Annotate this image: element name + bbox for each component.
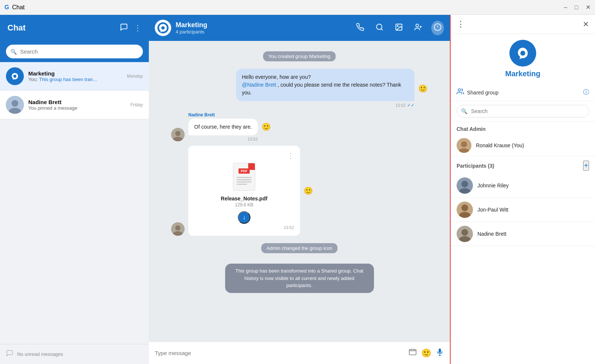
message-bubble: Of course, here they are. xyxy=(188,119,258,135)
message-content: Nadine Brett Of course, here they are. 1… xyxy=(188,112,258,141)
search-button[interactable] xyxy=(373,21,386,35)
file-download: ↓ xyxy=(194,211,294,224)
svg-point-10 xyxy=(397,25,398,26)
sidebar: Chat ⋮ 🔍 xyxy=(0,15,149,364)
system-message: Admin changed the group icon xyxy=(171,243,428,253)
admin-name: Ronald Krause (You) xyxy=(476,142,524,148)
chat-preview: You: This group has been tran... xyxy=(28,77,122,82)
shared-group-label: Shared group xyxy=(467,90,580,96)
shared-group-icon xyxy=(457,88,464,97)
file-icon-area: PDF xyxy=(194,163,294,193)
info-search-wrap: 🔍 xyxy=(451,101,595,122)
sidebar-icons: ⋮ xyxy=(120,23,141,33)
svg-point-18 xyxy=(175,131,180,136)
new-chat-icon[interactable] xyxy=(120,23,128,33)
info-group-avatar xyxy=(509,40,536,67)
avatar xyxy=(171,222,185,236)
message-time: 13:52 xyxy=(284,225,294,230)
sidebar-footer: No unread messages xyxy=(0,344,149,364)
add-participant-button[interactable]: + xyxy=(583,161,589,171)
svg-point-34 xyxy=(461,181,468,187)
messages-area: You created group Marketing 🙂 Hello ever… xyxy=(149,41,450,342)
svg-point-11 xyxy=(416,24,419,26)
emoji-button[interactable]: 🙂 xyxy=(421,348,431,358)
call-button[interactable] xyxy=(354,21,367,35)
avatar xyxy=(171,128,185,141)
message-input-bar: 🙂 xyxy=(149,342,450,364)
add-participant-button[interactable] xyxy=(412,21,425,35)
chat-info: Nadine Brett You pinned a message xyxy=(28,99,126,111)
search-icon: 🔍 xyxy=(10,49,17,55)
titlebar: G Chat – □ ✕ xyxy=(0,0,595,15)
system-message-bubble: Admin changed the group icon xyxy=(261,243,337,253)
svg-line-8 xyxy=(381,29,383,30)
sidebar-title: Chat xyxy=(7,23,120,33)
chat-header-avatar xyxy=(155,20,171,36)
message-bubble: Hello everyone, how are you? @Nadine Bre… xyxy=(236,69,415,101)
chat-admin-section-header: Chat Admin xyxy=(451,122,595,135)
attach-file-button[interactable] xyxy=(409,348,417,358)
svg-rect-23 xyxy=(409,349,416,355)
minimize-button[interactable]: – xyxy=(564,4,567,11)
chat-header-name: Marketing xyxy=(176,21,349,29)
file-bubble-wrap: ⋮ PDF xyxy=(188,146,300,236)
svg-point-1 xyxy=(13,75,16,78)
chat-name: Marketing xyxy=(28,70,122,77)
sidebar-header: Chat ⋮ xyxy=(0,15,149,41)
system-message-info: This group has been transformed into a S… xyxy=(171,264,428,293)
file-bubble-header: ⋮ xyxy=(194,152,294,160)
message-meta: 13:52 ✓✓ xyxy=(236,103,415,108)
svg-point-21 xyxy=(175,225,180,231)
download-button[interactable]: ↓ xyxy=(238,211,250,224)
mention: @Nadine Brett xyxy=(242,82,276,88)
titlebar-controls: – □ ✕ xyxy=(564,4,591,11)
svg-point-29 xyxy=(458,89,461,91)
chat-time: Friday xyxy=(131,102,143,107)
participant-item: Jon-Paul Witt xyxy=(451,198,595,222)
file-name: Release_Notes.pdf xyxy=(194,196,294,202)
participant-name: Jon-Paul Witt xyxy=(477,207,508,213)
message-row: Nadine Brett Of course, here they are. 1… xyxy=(171,112,428,141)
list-item[interactable]: Nadine Brett You pinned a message Friday xyxy=(0,91,149,119)
message-sender: Nadine Brett xyxy=(188,112,258,117)
shared-group-info-icon[interactable]: ⓘ xyxy=(583,88,589,96)
system-info-bubble: This group has been transformed into a S… xyxy=(225,264,374,293)
svg-point-37 xyxy=(461,204,468,211)
chat-main: Marketing 4 participants xyxy=(149,15,450,364)
participant-avatar xyxy=(457,202,473,218)
participants-section-header: Participants (3) + xyxy=(451,156,595,174)
emoji-react-button[interactable]: 🙂 xyxy=(262,122,271,131)
titlebar-logo: G xyxy=(4,4,9,11)
voice-message-button[interactable] xyxy=(436,348,444,358)
more-options-icon[interactable]: ⋮ xyxy=(134,23,141,33)
admin-avatar xyxy=(457,138,471,153)
message-content: Hello everyone, how are you? @Nadine Bre… xyxy=(236,69,415,108)
chat-header-participants: 4 participants xyxy=(176,29,349,35)
file-size: 129.6 KB xyxy=(194,202,294,207)
info-panel-menu-button[interactable]: ⋮ xyxy=(457,19,465,29)
close-button[interactable]: ✕ xyxy=(586,4,591,11)
chat-time: Monday xyxy=(127,74,143,79)
participants-title: Participants (3) xyxy=(457,163,494,169)
file-options-button[interactable]: ⋮ xyxy=(287,152,294,160)
message-meta: 13:52 xyxy=(194,225,294,230)
info-panel-close-button[interactable]: ✕ xyxy=(583,20,589,29)
list-item[interactable]: Marketing You: This group has been tran.… xyxy=(0,62,149,91)
image-button[interactable] xyxy=(393,21,405,35)
system-message: You created group Marketing xyxy=(171,51,428,61)
restore-button[interactable]: □ xyxy=(575,4,578,11)
avatar xyxy=(6,96,24,114)
no-messages-icon xyxy=(6,349,13,359)
panel-search-icon: 🔍 xyxy=(461,108,467,114)
emoji-react-button[interactable]: 🙂 xyxy=(304,186,313,195)
chat-preview: You pinned a message xyxy=(28,105,126,111)
search-input[interactable] xyxy=(6,45,143,58)
emoji-react-button[interactable]: 🙂 xyxy=(418,84,428,93)
svg-point-40 xyxy=(461,229,468,236)
message-meta: 13:52 xyxy=(188,137,258,141)
message-input[interactable] xyxy=(155,350,404,356)
info-button[interactable] xyxy=(431,21,444,35)
participant-item: Nadine Brett xyxy=(451,222,595,246)
panel-search-input[interactable] xyxy=(457,105,589,117)
svg-point-3 xyxy=(12,100,18,107)
